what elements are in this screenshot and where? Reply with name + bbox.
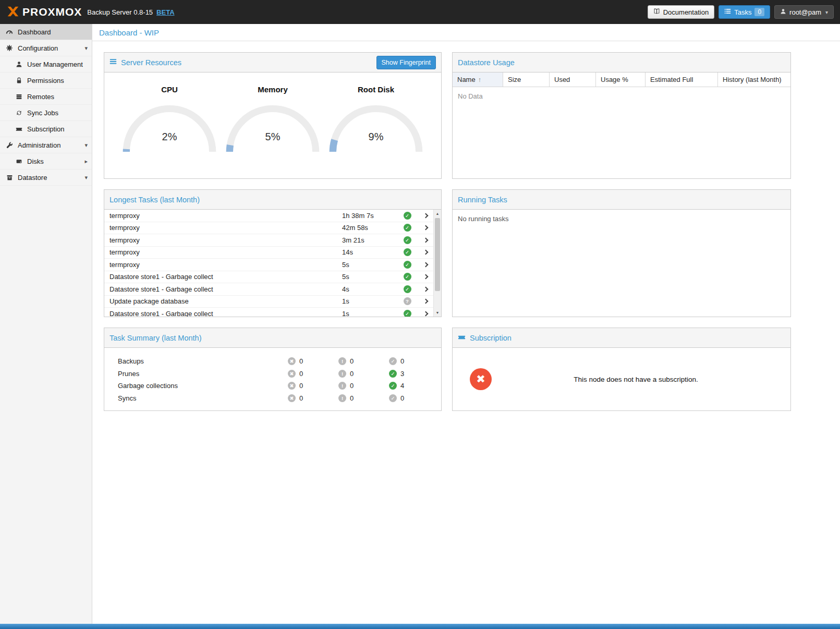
sidebar-item-label: Datastore [18, 174, 47, 182]
sidebar-item-dashboard[interactable]: Dashboard [0, 24, 92, 40]
product-version-label: Backup Server 0.8-15 [87, 8, 153, 16]
task-name: termproxy [109, 212, 342, 220]
longest-tasks-header: Longest Tasks (last Month) [104, 190, 441, 210]
task-row[interactable]: termproxy3m 21s✓ [104, 234, 433, 247]
summary-label: Garbage collections [104, 382, 288, 390]
task-row[interactable]: termproxy42m 58s✓ [104, 222, 433, 235]
task-name: termproxy [109, 236, 342, 244]
datastore-usage-title: Datastore Usage [458, 58, 515, 67]
open-task-button[interactable] [418, 287, 433, 291]
scrollbar[interactable]: ▲ ▼ [433, 210, 441, 317]
show-fingerprint-button[interactable]: Show Fingerprint [376, 56, 436, 69]
ticket-icon [15, 126, 23, 132]
datastore-usage-empty-text: No Data [453, 87, 790, 105]
task-name: Datastore store1 - Garbage collect [109, 285, 342, 293]
status-ok-icon: ✓ [389, 370, 397, 378]
sidebar: DashboardConfiguration▾User ManagementPe… [0, 24, 92, 624]
gauge-value: 9% [326, 131, 425, 143]
status-ok-icon: ✓ [404, 261, 411, 269]
sidebar-item-label: Remotes [27, 93, 54, 101]
gauge-label: CPU [120, 85, 219, 94]
task-row[interactable]: termproxy14s✓ [104, 247, 433, 259]
task-name: termproxy [109, 248, 342, 256]
wrench-icon [5, 142, 14, 149]
sidebar-item-disks[interactable]: Disks▸ [0, 153, 92, 170]
column-header-estimated-full[interactable]: Estimated Full [646, 72, 718, 87]
status-unknown-icon: ? [404, 297, 411, 305]
subscription-message: This node does not have a subscription. [492, 376, 780, 383]
sidebar-item-label: Administration [18, 141, 60, 149]
summary-row: Backups✖0!0✓0 [104, 355, 441, 368]
running-tasks-title: Running Tasks [458, 196, 507, 204]
task-status: ✓ [397, 236, 418, 244]
error-count: 0 [299, 357, 303, 365]
open-task-button[interactable] [418, 299, 433, 303]
main-content: Dashboard - WIP Server Resources Show Fi… [92, 24, 840, 624]
task-duration: 42m 58s [342, 224, 397, 232]
documentation-button[interactable]: Documentation [648, 5, 714, 19]
task-duration: 1s [342, 310, 397, 317]
summary-cell-error: ✖0 [288, 370, 338, 378]
chevron-right-icon [423, 213, 428, 218]
datastore-usage-header: Datastore Usage [453, 53, 790, 72]
column-header-usage-[interactable]: Usage % [596, 72, 646, 87]
gauge-root-disk: Root Disk9% [326, 72, 425, 153]
gauge-arc: 2% [120, 102, 219, 153]
task-row[interactable]: Datastore store1 - Garbage collect1s✓ [104, 308, 433, 317]
scroll-up-button[interactable]: ▲ [434, 210, 441, 217]
beta-link[interactable]: BETA [156, 8, 174, 16]
documentation-button-label: Documentation [663, 8, 709, 16]
longest-tasks-list: termproxy1h 38m 7s✓termproxy42m 58s✓term… [104, 210, 441, 317]
user-menu-label: root@pam [789, 8, 821, 16]
summary-cell-error: ✖0 [288, 357, 338, 365]
gauge-value: 2% [120, 131, 219, 143]
sidebar-item-remotes[interactable]: Remotes [0, 89, 92, 105]
task-row[interactable]: termproxy5s✓ [104, 259, 433, 271]
gauge-memory: Memory5% [223, 72, 322, 153]
warning-count: 0 [350, 382, 354, 390]
sidebar-item-datastore[interactable]: Datastore▾ [0, 170, 92, 186]
task-row[interactable]: Update package database1s? [104, 296, 433, 308]
sidebar-item-sync-jobs[interactable]: Sync Jobs [0, 105, 92, 121]
task-duration: 5s [342, 261, 397, 269]
status-error-icon: ✖ [288, 357, 296, 365]
datastore-usage-header-row: Name↑SizeUsedUsage %Estimated FullHistor… [453, 72, 790, 87]
tasks-button[interactable]: Tasks 0 [719, 5, 770, 19]
column-header-history-last-month-[interactable]: History (last Month) [718, 72, 790, 87]
scroll-down-button[interactable]: ▼ [434, 309, 441, 317]
open-task-button[interactable] [418, 250, 433, 254]
task-row[interactable]: termproxy1h 38m 7s✓ [104, 210, 433, 222]
sidebar-item-permissions[interactable]: Permissions [0, 72, 92, 89]
task-summary-title: Task Summary (last Month) [109, 334, 201, 342]
sidebar-item-administration[interactable]: Administration▾ [0, 137, 92, 153]
open-task-button[interactable] [418, 214, 433, 217]
summary-row: Prunes✖0!0✓3 [104, 368, 441, 380]
task-status: ? [397, 297, 418, 305]
gauge-arc: 9% [326, 102, 425, 153]
task-row[interactable]: Datastore store1 - Garbage collect4s✓ [104, 283, 433, 296]
sidebar-item-user-management[interactable]: User Management [0, 56, 92, 72]
ok-count: 0 [400, 357, 404, 365]
open-task-button[interactable] [418, 263, 433, 267]
open-task-button[interactable] [418, 275, 433, 279]
column-header-size[interactable]: Size [503, 72, 550, 87]
status-ok-icon: ✓ [404, 236, 411, 244]
server-resources-panel: Server Resources Show Fingerprint CPU2%M… [104, 52, 442, 179]
subscription-header: Subscription [453, 328, 790, 348]
summary-label: Prunes [104, 370, 288, 378]
sidebar-item-configuration[interactable]: Configuration▾ [0, 40, 92, 56]
column-header-used[interactable]: Used [550, 72, 596, 87]
user-menu-button[interactable]: root@pam ▾ [774, 5, 834, 19]
sidebar-item-label: Configuration [18, 44, 58, 52]
sidebar-item-label: Sync Jobs [27, 109, 58, 117]
longest-tasks-title: Longest Tasks (last Month) [109, 196, 200, 204]
column-header-name[interactable]: Name↑ [453, 72, 503, 87]
task-row[interactable]: Datastore store1 - Garbage collect5s✓ [104, 271, 433, 284]
sidebar-item-subscription[interactable]: Subscription [0, 121, 92, 137]
open-task-button[interactable] [418, 312, 433, 316]
open-task-button[interactable] [418, 226, 433, 229]
column-header-label: History (last Month) [723, 76, 782, 83]
scrollbar-thumb[interactable] [435, 218, 440, 291]
open-task-button[interactable] [418, 238, 433, 242]
ticket-icon [458, 333, 466, 343]
